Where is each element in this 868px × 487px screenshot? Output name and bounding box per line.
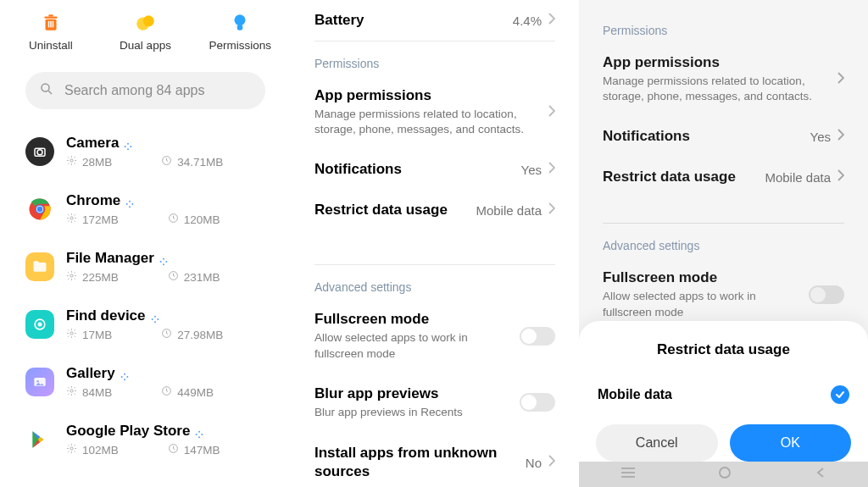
fullscreen-mode-row[interactable]: Fullscreen mode Allow selected apps to w… bbox=[314, 299, 555, 373]
permissions-section-label: Permissions bbox=[314, 42, 555, 75]
install-value: No bbox=[526, 456, 542, 470]
cancel-button[interactable]: Cancel bbox=[596, 424, 718, 462]
svg-point-34 bbox=[70, 274, 73, 277]
app-storage-size: 102MB bbox=[66, 443, 119, 457]
battery-row[interactable]: Battery 4.4% bbox=[314, 0, 555, 41]
app-row[interactable]: Chrome 172MB 120MB bbox=[25, 180, 265, 238]
restrict-data-row[interactable]: Restrict data usage Mobile data bbox=[314, 190, 555, 230]
svg-point-28 bbox=[70, 217, 73, 219]
svg-point-55 bbox=[196, 434, 198, 435]
app-data-size: 147MB bbox=[168, 443, 220, 457]
app-storage-size: 225MB bbox=[66, 270, 119, 284]
restrict-data-row[interactable]: Restrict data usage Mobile data bbox=[603, 157, 844, 197]
svg-point-37 bbox=[38, 323, 41, 325]
app-row[interactable]: File Manager 225MB 231MB bbox=[25, 238, 265, 296]
app-list: Camera 28MB 34.71MB Chrome 172MB 120MB F… bbox=[0, 114, 291, 468]
svg-point-39 bbox=[157, 318, 159, 320]
svg-point-53 bbox=[202, 434, 203, 435]
trash-icon bbox=[40, 12, 62, 34]
gear-icon bbox=[66, 213, 77, 226]
ok-button[interactable]: OK bbox=[730, 424, 852, 462]
nav-back-icon[interactable] bbox=[815, 467, 826, 482]
app-storage-size: 172MB bbox=[66, 213, 119, 226]
notifications-row[interactable]: Notifications Yes bbox=[314, 149, 555, 190]
app-row[interactable]: Find device 17MB 27.98MB bbox=[25, 296, 265, 353]
svg-point-25 bbox=[132, 203, 134, 205]
svg-point-18 bbox=[70, 159, 73, 162]
install-title: Install apps from unknown sources bbox=[314, 444, 517, 481]
svg-point-47 bbox=[126, 376, 128, 378]
app-row[interactable]: Camera 28MB 34.71MB bbox=[25, 123, 265, 180]
notifications-title: Notifications bbox=[314, 161, 402, 178]
svg-point-45 bbox=[36, 380, 39, 383]
fullscreen-sub: Allow selected apps to work in fullscree… bbox=[603, 289, 800, 319]
svg-point-12 bbox=[37, 150, 42, 155]
clock-icon bbox=[161, 328, 172, 341]
svg-line-11 bbox=[48, 91, 52, 94]
advanced-section-label: Advanced settings bbox=[314, 265, 555, 299]
svg-point-23 bbox=[37, 207, 43, 213]
fullscreen-toggle[interactable] bbox=[520, 327, 555, 346]
permissions-section-label: Permissions bbox=[603, 0, 844, 42]
blur-toggle[interactable] bbox=[520, 393, 555, 412]
app-data-size: 120MB bbox=[168, 213, 220, 226]
svg-rect-2 bbox=[48, 14, 53, 16]
loading-dots-icon bbox=[159, 254, 168, 263]
mobile-data-label: Mobile data bbox=[598, 387, 672, 402]
gallery-icon bbox=[25, 368, 54, 396]
svg-rect-9 bbox=[237, 25, 243, 30]
app-permissions-row[interactable]: App permissions Manage permissions relat… bbox=[603, 42, 844, 116]
app-data-size: 34.71MB bbox=[161, 155, 223, 169]
nav-menu-icon[interactable] bbox=[620, 467, 636, 482]
permissions-label: Permissions bbox=[209, 39, 271, 52]
search-input[interactable]: Search among 84 apps bbox=[25, 72, 265, 109]
system-nav-bar bbox=[579, 462, 868, 487]
svg-point-33 bbox=[160, 261, 162, 263]
gear-icon bbox=[66, 328, 77, 341]
svg-point-17 bbox=[125, 146, 126, 147]
loading-dots-icon bbox=[195, 427, 203, 435]
chevron-right-icon bbox=[837, 72, 844, 87]
svg-point-15 bbox=[131, 146, 132, 147]
fullscreen-sub: Allow selected apps to work in fullscree… bbox=[314, 330, 511, 361]
blur-previews-row[interactable]: Blur app previews Blur app previews in R… bbox=[314, 374, 555, 432]
svg-point-16 bbox=[127, 148, 129, 150]
svg-point-49 bbox=[120, 376, 122, 378]
app-data-size: 231MB bbox=[168, 270, 220, 284]
search-icon bbox=[39, 81, 54, 100]
dual-apps-icon bbox=[135, 12, 157, 34]
svg-rect-3 bbox=[48, 21, 50, 28]
loading-dots-icon bbox=[125, 196, 134, 205]
svg-point-10 bbox=[42, 84, 49, 91]
permissions-action[interactable]: Permissions bbox=[192, 12, 287, 52]
app-storage-size: 84MB bbox=[66, 385, 112, 399]
install-unknown-row[interactable]: Install apps from unknown sources No bbox=[314, 432, 555, 487]
app-name: Find device bbox=[66, 307, 146, 324]
nav-home-icon[interactable] bbox=[718, 466, 732, 483]
notifications-row[interactable]: Notifications Yes bbox=[603, 116, 844, 157]
gear-icon bbox=[66, 155, 77, 169]
app-detail-panel: Battery 4.4% Permissions App permissions… bbox=[291, 0, 579, 487]
search-placeholder: Search among 84 apps bbox=[64, 83, 204, 98]
app-row[interactable]: Gallery 84MB 449MB bbox=[25, 353, 265, 411]
fullscreen-toggle[interactable] bbox=[809, 285, 844, 304]
dual-apps-action[interactable]: Dual apps bbox=[98, 12, 193, 52]
dual-apps-label: Dual apps bbox=[120, 39, 171, 52]
fullscreen-title: Fullscreen mode bbox=[314, 311, 511, 328]
app-name: File Manager bbox=[66, 250, 154, 267]
app-permissions-title: App permissions bbox=[314, 87, 540, 104]
gear-icon bbox=[66, 385, 77, 399]
app-permissions-row[interactable]: App permissions Manage permissions relat… bbox=[314, 75, 555, 149]
svg-point-38 bbox=[154, 316, 156, 318]
chevron-right-icon bbox=[548, 202, 555, 218]
notifications-title: Notifications bbox=[603, 128, 690, 145]
app-row[interactable]: Google Play Store 102MB 147MB bbox=[25, 411, 265, 468]
svg-point-56 bbox=[70, 447, 73, 450]
uninstall-action[interactable]: Uninstall bbox=[3, 12, 98, 52]
svg-point-14 bbox=[127, 143, 129, 145]
mobile-data-option[interactable]: Mobile data bbox=[596, 380, 851, 424]
loading-dots-icon bbox=[120, 369, 129, 378]
loading-dots-icon bbox=[124, 139, 132, 147]
svg-point-30 bbox=[163, 258, 164, 260]
svg-point-7 bbox=[142, 15, 153, 26]
